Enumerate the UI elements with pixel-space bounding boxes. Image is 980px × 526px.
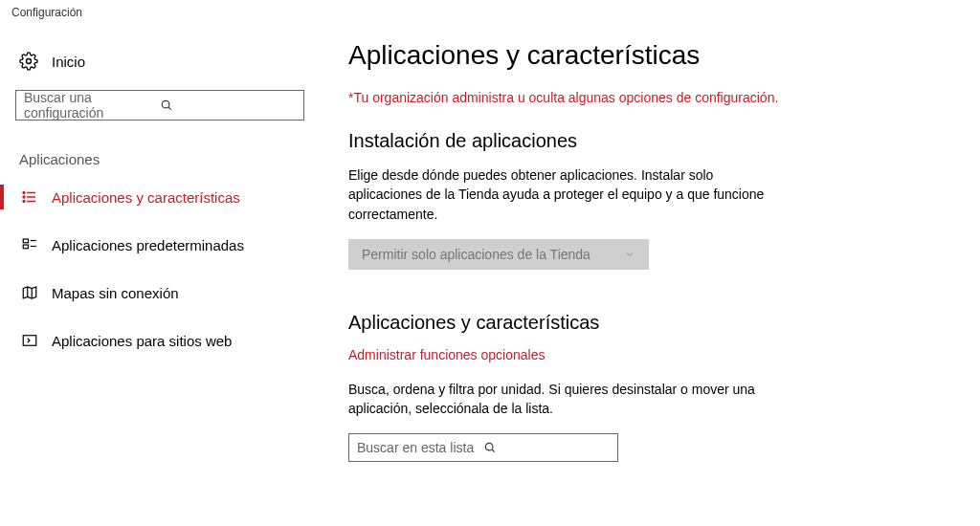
sidebar-item-label: Aplicaciones para sitios web — [52, 333, 232, 349]
home-button[interactable]: Inicio — [13, 44, 320, 90]
search-icon — [483, 441, 610, 454]
apps-description: Busca, ordena y filtra por unidad. Si qu… — [348, 380, 789, 419]
sidebar-item-web-apps[interactable]: Aplicaciones para sitios web — [13, 322, 320, 359]
sidebar-item-label: Aplicaciones predeterminadas — [52, 237, 244, 253]
sidebar-item-label: Aplicaciones y características — [52, 189, 240, 206]
svg-point-17 — [485, 444, 493, 451]
svg-point-6 — [23, 192, 25, 194]
install-source-dropdown: Permitir solo aplicaciones de la Tienda — [348, 239, 649, 270]
sidebar-item-default-apps[interactable]: Aplicaciones predeterminadas — [13, 227, 320, 263]
home-label: Inicio — [52, 54, 85, 70]
sidebar-item-label: Mapas sin conexión — [52, 285, 179, 301]
svg-point-0 — [27, 59, 32, 64]
search-placeholder: Buscar una configuración — [24, 90, 160, 121]
sidebar-item-apps-features[interactable]: Aplicaciones y características — [13, 179, 320, 215]
page-title: Aplicaciones y características — [348, 40, 894, 71]
search-icon — [160, 99, 296, 112]
svg-point-1 — [162, 100, 169, 108]
map-icon — [19, 284, 40, 301]
chevron-down-icon — [624, 249, 635, 260]
window-title: Configuración — [11, 6, 82, 19]
svg-line-2 — [168, 107, 171, 110]
manage-optional-features-link[interactable]: Administrar funciones opcionales — [348, 347, 545, 362]
list-icon — [19, 188, 40, 206]
svg-marker-13 — [23, 287, 36, 298]
main-layout: Inicio Buscar una configuración Aplicaci… — [0, 25, 980, 462]
apps-list-search-input[interactable]: Buscar en esta lista — [348, 433, 618, 462]
sidebar-item-offline-maps[interactable]: Mapas sin conexión — [13, 274, 320, 311]
svg-point-8 — [23, 201, 25, 203]
org-policy-banner: *Tu organización administra u oculta alg… — [348, 90, 894, 105]
sidebar-group-header: Aplicaciones — [13, 147, 320, 179]
svg-rect-9 — [23, 239, 28, 243]
defaults-icon — [19, 236, 40, 253]
gear-icon — [19, 52, 40, 71]
install-description: Elige desde dónde puedes obtener aplicac… — [348, 165, 789, 224]
svg-rect-10 — [23, 245, 28, 249]
dropdown-selected-label: Permitir solo aplicaciones de la Tienda — [362, 247, 624, 262]
section-title-install: Instalación de aplicaciones — [348, 130, 894, 152]
svg-point-7 — [23, 196, 25, 198]
list-search-placeholder: Buscar en esta lista — [357, 440, 483, 455]
section-title-apps: Aplicaciones y características — [348, 312, 894, 334]
settings-search-input[interactable]: Buscar una configuración — [15, 90, 304, 121]
svg-line-18 — [492, 449, 495, 452]
content-pane: Aplicaciones y características *Tu organ… — [320, 44, 932, 462]
window-title-bar: Configuración — [0, 0, 980, 25]
sidebar: Inicio Buscar una configuración Aplicaci… — [13, 44, 320, 462]
web-apps-icon — [19, 332, 40, 349]
